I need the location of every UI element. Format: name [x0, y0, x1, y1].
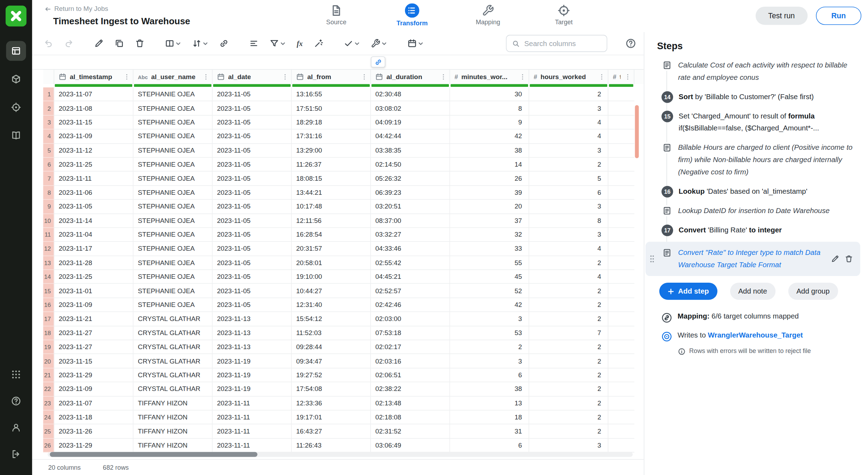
- cell[interactable]: 2023-11-01: [54, 284, 133, 298]
- cell[interactable]: 02:13:48: [371, 396, 450, 410]
- toolbar-redo-button[interactable]: [62, 35, 76, 52]
- cell[interactable]: [608, 340, 634, 354]
- edit-icon[interactable]: [831, 255, 840, 263]
- cell[interactable]: 2023-11-05: [213, 129, 292, 143]
- row-number[interactable]: 19: [43, 340, 54, 354]
- row-number[interactable]: 4: [43, 129, 54, 143]
- cell[interactable]: 19:10:00: [292, 270, 371, 284]
- cell[interactable]: 02:18:08: [371, 410, 450, 424]
- cell[interactable]: 2023-11-05: [213, 102, 292, 116]
- cell[interactable]: 2023-11-05: [213, 172, 292, 186]
- cell[interactable]: [608, 256, 634, 270]
- column-header-hours_worked[interactable]: #hours_worked: [529, 70, 608, 84]
- cell[interactable]: STEPHANIE OJEA: [133, 228, 213, 242]
- cell[interactable]: [608, 115, 634, 129]
- cell[interactable]: 12:31:40: [292, 298, 371, 312]
- cell[interactable]: 9: [450, 115, 529, 129]
- row-number[interactable]: 25: [43, 424, 54, 438]
- cell[interactable]: 11:26:43: [292, 438, 371, 452]
- cell[interactable]: 02:30:48: [371, 88, 450, 102]
- cell[interactable]: 2: [529, 424, 608, 438]
- cell[interactable]: 20:58:01: [292, 256, 371, 270]
- cell[interactable]: 2: [529, 368, 608, 383]
- row-number[interactable]: 8: [43, 186, 54, 200]
- cell[interactable]: 2: [529, 312, 608, 326]
- cell[interactable]: 3: [529, 228, 608, 242]
- cell[interactable]: 02:31:52: [371, 424, 450, 438]
- cell[interactable]: CRYSTAL GLATHAR: [133, 340, 213, 354]
- cell[interactable]: 10:17:48: [292, 200, 371, 214]
- sidebar-item-apps[interactable]: [6, 365, 26, 385]
- toolbar-cleanse-button[interactable]: [311, 35, 326, 52]
- toolbar-sort-button[interactable]: [189, 35, 211, 52]
- row-number[interactable]: 12: [43, 242, 54, 256]
- cell[interactable]: 17:31:16: [292, 129, 371, 143]
- column-header-al_date[interactable]: al_date: [213, 70, 292, 84]
- cell[interactable]: 2: [529, 382, 608, 396]
- cell[interactable]: 2023-11-25: [54, 158, 133, 172]
- cell[interactable]: 2: [529, 410, 608, 424]
- recipe-step[interactable]: 14Sort by 'Billable to Customer?' (False…: [644, 89, 863, 104]
- toolbar-undo-button[interactable]: [41, 35, 56, 52]
- toolbar-edit-button[interactable]: [91, 35, 106, 52]
- toolbar-filter-button[interactable]: [267, 35, 288, 52]
- cell[interactable]: 4: [529, 115, 608, 129]
- cell[interactable]: 6: [529, 186, 608, 200]
- toolbar-validate-button[interactable]: [341, 35, 362, 52]
- column-header-minutes_wor[interactable]: #minutes_wor...: [450, 70, 529, 84]
- cell[interactable]: 7: [529, 326, 608, 340]
- cell[interactable]: 2023-11-12: [54, 143, 133, 158]
- recipe-step[interactable]: 15Set 'Charged_Amount' to result of form…: [644, 108, 863, 136]
- help-button[interactable]: [625, 38, 636, 49]
- search-columns-box[interactable]: [506, 35, 607, 52]
- cell[interactable]: [608, 88, 634, 102]
- cell[interactable]: [608, 172, 634, 186]
- cell[interactable]: 02:42:46: [371, 298, 450, 312]
- join-indicator[interactable]: [371, 56, 385, 67]
- cell[interactable]: STEPHANIE OJEA: [133, 242, 213, 256]
- cell[interactable]: 2023-11-25: [54, 270, 133, 284]
- cell[interactable]: 12:11:56: [292, 214, 371, 228]
- sidebar-item-recipes[interactable]: [6, 41, 26, 61]
- dots-icon[interactable]: [202, 73, 210, 81]
- row-number[interactable]: 13: [43, 256, 54, 270]
- flow-step-target[interactable]: Target: [542, 3, 585, 26]
- sidebar-item-logout[interactable]: [6, 444, 26, 464]
- column-header-al_duration[interactable]: al_duration: [371, 70, 450, 84]
- cell[interactable]: [608, 368, 634, 383]
- cell[interactable]: 06:39:23: [371, 186, 450, 200]
- cell[interactable]: 2023-11-05: [213, 214, 292, 228]
- cell[interactable]: 03:20:51: [371, 200, 450, 214]
- cell[interactable]: [608, 326, 634, 340]
- cell[interactable]: STEPHANIE OJEA: [133, 102, 213, 116]
- dots-icon[interactable]: [281, 73, 289, 81]
- add-group-button[interactable]: Add group: [788, 283, 838, 300]
- cell[interactable]: 2: [529, 396, 608, 410]
- row-number[interactable]: 20: [43, 354, 54, 368]
- row-number[interactable]: 22: [43, 382, 54, 396]
- cell[interactable]: CRYSTAL GLATHAR: [133, 354, 213, 368]
- row-number[interactable]: 15: [43, 284, 54, 298]
- row-number[interactable]: 10: [43, 214, 54, 228]
- cell[interactable]: 31: [450, 424, 529, 438]
- cell[interactable]: 2023-11-09: [54, 382, 133, 396]
- cell[interactable]: 2023-11-15: [54, 115, 133, 129]
- cell[interactable]: 2023-11-05: [213, 143, 292, 158]
- cell[interactable]: 2023-11-05: [213, 88, 292, 102]
- cell[interactable]: 4: [529, 129, 608, 143]
- cell[interactable]: 12:33:36: [292, 396, 371, 410]
- cell[interactable]: 3: [529, 438, 608, 452]
- row-number[interactable]: 17: [43, 312, 54, 326]
- cell[interactable]: 30: [450, 88, 529, 102]
- recipe-note[interactable]: Lookup DateID for insertion to Date Ware…: [644, 203, 863, 218]
- cell[interactable]: 2023-11-05: [213, 158, 292, 172]
- add-step-button[interactable]: Add step: [659, 283, 717, 300]
- row-number[interactable]: 21: [43, 368, 54, 383]
- cell[interactable]: 53: [450, 326, 529, 340]
- cell[interactable]: 19:17:01: [292, 410, 371, 424]
- sidebar-item-help[interactable]: [6, 391, 26, 411]
- toolbar-tools-button[interactable]: [368, 35, 389, 52]
- cell[interactable]: [608, 143, 634, 158]
- cell[interactable]: [608, 158, 634, 172]
- cell[interactable]: 02:06:51: [371, 368, 450, 383]
